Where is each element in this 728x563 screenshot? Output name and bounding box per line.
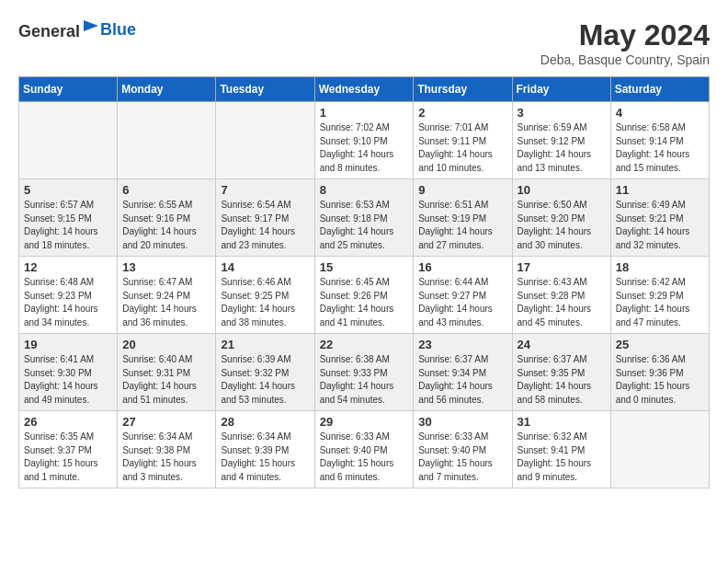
calendar-cell: 7Sunrise: 6:54 AM Sunset: 9:17 PM Daylig… <box>216 179 314 257</box>
day-number: 30 <box>418 415 506 429</box>
day-info: Sunrise: 6:45 AM Sunset: 9:26 PM Dayligh… <box>320 276 409 329</box>
day-info: Sunrise: 6:51 AM Sunset: 9:19 PM Dayligh… <box>418 199 506 252</box>
day-info: Sunrise: 6:34 AM Sunset: 9:39 PM Dayligh… <box>221 431 309 484</box>
day-info: Sunrise: 6:48 AM Sunset: 9:23 PM Dayligh… <box>24 276 112 329</box>
day-number: 26 <box>24 415 112 429</box>
day-info: Sunrise: 6:41 AM Sunset: 9:30 PM Dayligh… <box>24 353 112 407</box>
day-number: 17 <box>518 260 606 274</box>
page-title: May 2024 <box>540 18 710 52</box>
day-number: 13 <box>122 260 210 274</box>
day-number: 3 <box>518 106 606 120</box>
day-info: Sunrise: 6:36 AM Sunset: 9:36 PM Dayligh… <box>616 353 704 407</box>
calendar-cell: 6Sunrise: 6:55 AM Sunset: 9:16 PM Daylig… <box>118 179 216 257</box>
day-info: Sunrise: 6:54 AM Sunset: 9:17 PM Dayligh… <box>221 199 309 252</box>
day-number: 20 <box>122 338 210 351</box>
calendar-cell: 22Sunrise: 6:38 AM Sunset: 9:33 PM Dayli… <box>314 334 414 411</box>
calendar-cell: 24Sunrise: 6:37 AM Sunset: 9:35 PM Dayli… <box>512 334 610 411</box>
logo-general: General <box>18 22 80 40</box>
calendar-cell: 13Sunrise: 6:47 AM Sunset: 9:24 PM Dayli… <box>118 257 216 334</box>
day-info: Sunrise: 6:42 AM Sunset: 9:29 PM Dayligh… <box>616 276 704 329</box>
day-info: Sunrise: 6:53 AM Sunset: 9:18 PM Dayligh… <box>320 199 409 252</box>
day-number: 25 <box>616 338 704 351</box>
calendar-cell: 2Sunrise: 7:01 AM Sunset: 9:11 PM Daylig… <box>414 102 512 179</box>
day-info: Sunrise: 6:59 AM Sunset: 9:12 PM Dayligh… <box>518 121 606 175</box>
day-number: 29 <box>320 415 409 429</box>
day-info: Sunrise: 6:37 AM Sunset: 9:34 PM Dayligh… <box>418 353 506 407</box>
day-number: 10 <box>518 183 606 197</box>
calendar-cell: 10Sunrise: 6:50 AM Sunset: 9:20 PM Dayli… <box>512 179 610 257</box>
calendar-week-row: 26Sunrise: 6:35 AM Sunset: 9:37 PM Dayli… <box>19 411 710 488</box>
day-info: Sunrise: 6:49 AM Sunset: 9:21 PM Dayligh… <box>616 199 704 252</box>
calendar-cell: 31Sunrise: 6:32 AM Sunset: 9:41 PM Dayli… <box>512 411 610 488</box>
day-info: Sunrise: 6:47 AM Sunset: 9:24 PM Dayligh… <box>122 276 210 329</box>
calendar-cell: 5Sunrise: 6:57 AM Sunset: 9:15 PM Daylig… <box>19 179 118 257</box>
calendar-cell: 15Sunrise: 6:45 AM Sunset: 9:26 PM Dayli… <box>314 257 414 334</box>
day-info: Sunrise: 6:43 AM Sunset: 9:28 PM Dayligh… <box>518 276 606 329</box>
day-number: 4 <box>616 106 704 120</box>
calendar-header-tuesday: Tuesday <box>216 77 314 102</box>
calendar-header-row: SundayMondayTuesdayWednesdayThursdayFrid… <box>19 77 710 102</box>
day-number: 9 <box>418 183 506 197</box>
logo: General Blue <box>18 18 136 41</box>
day-info: Sunrise: 6:50 AM Sunset: 9:20 PM Dayligh… <box>518 199 606 252</box>
calendar-cell: 23Sunrise: 6:37 AM Sunset: 9:34 PM Dayli… <box>414 334 512 411</box>
day-number: 6 <box>122 183 210 197</box>
calendar-header-thursday: Thursday <box>414 77 512 102</box>
day-number: 2 <box>418 106 506 120</box>
calendar-cell: 28Sunrise: 6:34 AM Sunset: 9:39 PM Dayli… <box>216 411 314 488</box>
day-info: Sunrise: 6:44 AM Sunset: 9:27 PM Dayligh… <box>418 276 506 329</box>
calendar-cell: 14Sunrise: 6:46 AM Sunset: 9:25 PM Dayli… <box>216 257 314 334</box>
day-number: 24 <box>518 338 606 351</box>
svg-marker-0 <box>84 20 98 31</box>
day-info: Sunrise: 6:38 AM Sunset: 9:33 PM Dayligh… <box>320 353 409 407</box>
day-info: Sunrise: 6:58 AM Sunset: 9:14 PM Dayligh… <box>616 121 704 175</box>
day-info: Sunrise: 6:39 AM Sunset: 9:32 PM Dayligh… <box>221 353 309 407</box>
calendar-header-saturday: Saturday <box>610 77 709 102</box>
title-area: May 2024 Deba, Basque Country, Spain <box>540 18 710 67</box>
day-number: 16 <box>418 260 506 274</box>
calendar-cell: 9Sunrise: 6:51 AM Sunset: 9:19 PM Daylig… <box>414 179 512 257</box>
calendar-cell: 29Sunrise: 6:33 AM Sunset: 9:40 PM Dayli… <box>314 411 414 488</box>
calendar-table: SundayMondayTuesdayWednesdayThursdayFrid… <box>18 76 710 488</box>
calendar-cell <box>118 102 216 179</box>
calendar-cell: 17Sunrise: 6:43 AM Sunset: 9:28 PM Dayli… <box>512 257 610 334</box>
day-number: 23 <box>418 338 506 351</box>
day-number: 5 <box>24 183 112 197</box>
page-subtitle: Deba, Basque Country, Spain <box>540 52 710 67</box>
day-number: 11 <box>616 183 704 197</box>
calendar-cell: 30Sunrise: 6:33 AM Sunset: 9:40 PM Dayli… <box>414 411 512 488</box>
day-number: 7 <box>221 183 309 197</box>
day-number: 27 <box>122 415 210 429</box>
calendar-cell: 11Sunrise: 6:49 AM Sunset: 9:21 PM Dayli… <box>610 179 709 257</box>
day-number: 28 <box>221 415 309 429</box>
calendar-cell: 27Sunrise: 6:34 AM Sunset: 9:38 PM Dayli… <box>118 411 216 488</box>
calendar-cell: 20Sunrise: 6:40 AM Sunset: 9:31 PM Dayli… <box>118 334 216 411</box>
logo-flag-icon <box>82 18 100 37</box>
calendar-week-row: 1Sunrise: 7:02 AM Sunset: 9:10 PM Daylig… <box>19 102 710 179</box>
logo-blue: Blue <box>100 20 136 39</box>
day-number: 21 <box>221 338 309 351</box>
day-number: 19 <box>24 338 112 351</box>
day-info: Sunrise: 6:33 AM Sunset: 9:40 PM Dayligh… <box>320 431 409 484</box>
day-info: Sunrise: 6:46 AM Sunset: 9:25 PM Dayligh… <box>221 276 309 329</box>
day-number: 22 <box>320 338 409 351</box>
calendar-cell: 19Sunrise: 6:41 AM Sunset: 9:30 PM Dayli… <box>19 334 118 411</box>
calendar-week-row: 19Sunrise: 6:41 AM Sunset: 9:30 PM Dayli… <box>19 334 710 411</box>
calendar-week-row: 12Sunrise: 6:48 AM Sunset: 9:23 PM Dayli… <box>19 257 710 334</box>
day-info: Sunrise: 6:37 AM Sunset: 9:35 PM Dayligh… <box>518 353 606 407</box>
calendar-header-wednesday: Wednesday <box>314 77 414 102</box>
day-number: 31 <box>518 415 606 429</box>
calendar-header-friday: Friday <box>512 77 610 102</box>
day-number: 18 <box>616 260 704 274</box>
day-info: Sunrise: 6:57 AM Sunset: 9:15 PM Dayligh… <box>24 199 112 252</box>
day-number: 1 <box>320 106 409 120</box>
day-info: Sunrise: 6:32 AM Sunset: 9:41 PM Dayligh… <box>518 431 606 484</box>
calendar-header-sunday: Sunday <box>19 77 118 102</box>
calendar-cell: 18Sunrise: 6:42 AM Sunset: 9:29 PM Dayli… <box>610 257 709 334</box>
calendar-cell: 12Sunrise: 6:48 AM Sunset: 9:23 PM Dayli… <box>19 257 118 334</box>
calendar-cell: 3Sunrise: 6:59 AM Sunset: 9:12 PM Daylig… <box>512 102 610 179</box>
day-info: Sunrise: 7:02 AM Sunset: 9:10 PM Dayligh… <box>320 121 409 175</box>
day-number: 15 <box>320 260 409 274</box>
header: General Blue May 2024 Deba, Basque Count… <box>18 18 710 67</box>
calendar-cell <box>216 102 314 179</box>
